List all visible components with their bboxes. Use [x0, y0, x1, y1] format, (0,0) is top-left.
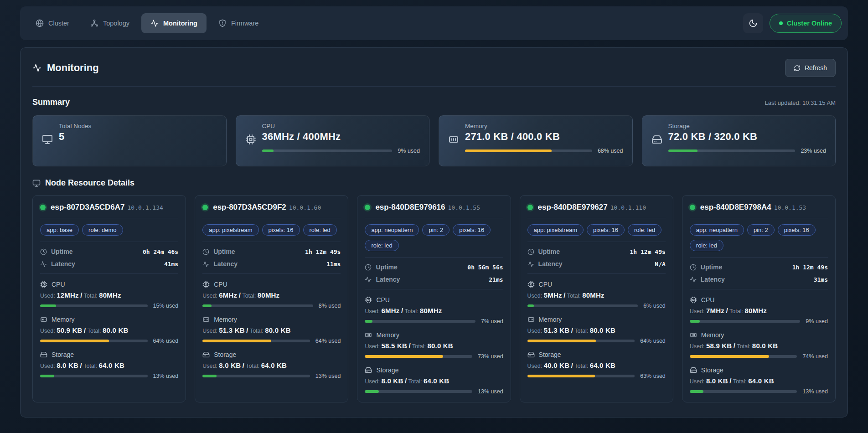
- memory-used-total: Used: 51.3 KB / Total: 80.0 KB: [527, 326, 666, 334]
- uptime-row: Uptime 1h 12m 49s: [527, 248, 666, 255]
- storage-section-label: Storage: [365, 366, 503, 374]
- uptime-label: Uptime: [538, 248, 560, 255]
- cpu-progress-bar: [40, 304, 148, 307]
- uptime-row: Uptime 0h 56m 56s: [365, 263, 503, 271]
- divider: [365, 218, 503, 218]
- harddrive-icon: [527, 351, 535, 358]
- node-card-header: esp-807D3A5CD6A7 10.0.1.134: [40, 203, 178, 212]
- tag-list: app: baserole: demo: [40, 224, 178, 236]
- node-card: esp-840D8E979627 10.0.1.110 app: pixelst…: [520, 195, 673, 402]
- latency-row: Latency 11ms: [202, 260, 341, 268]
- cpu-progress-bar: [202, 304, 313, 307]
- node-details-heading-text: Node Resource Details: [45, 178, 134, 188]
- memory-used-total: Used: 58.5 KB / Total: 80.0 KB: [365, 342, 503, 350]
- tag-pill: pixels: 16: [778, 224, 816, 236]
- storage-percent-label: 13% used: [315, 373, 341, 379]
- storage-progress-bar: [668, 149, 796, 152]
- card-label: Storage: [668, 123, 827, 129]
- monitor-icon: [42, 134, 53, 145]
- node-card: esp-840D8E9798A4 10.0.1.53 app: neopatte…: [682, 195, 836, 402]
- memory-progress-bar: [690, 355, 797, 358]
- node-card-header: esp-807D3A5CD9F2 10.0.1.60: [202, 203, 341, 212]
- node-ip: 10.0.1.110: [610, 204, 646, 211]
- storage-percent-label: 63% used: [640, 373, 666, 379]
- uptime-label: Uptime: [213, 248, 235, 255]
- page-title-text: Monitoring: [47, 62, 99, 74]
- storage-section-label: Storage: [527, 351, 666, 358]
- divider: [690, 257, 828, 258]
- memory-progress-bar: [527, 340, 635, 342]
- cpu-icon: [365, 296, 372, 304]
- node-status-dot: [202, 205, 208, 210]
- uptime-value: 1h 12m 49s: [630, 248, 666, 255]
- monitoring-panel: Monitoring Refresh Summary Last updated:…: [20, 47, 848, 418]
- cpu-used-total: Used: 7MHz / Total: 80MHz: [690, 307, 828, 314]
- cpu-progress-bar: [690, 320, 801, 323]
- divider: [690, 289, 828, 289]
- tab-label: Cluster: [48, 20, 69, 27]
- tag-pill: role: led: [690, 240, 723, 251]
- node-name: esp-840D8E9798A4: [700, 203, 771, 212]
- tab-topology[interactable]: Topology: [81, 13, 139, 33]
- cpu-progress-bar: [527, 304, 638, 307]
- tag-list: app: neopatternpin: 2pixels: 16role: led: [365, 224, 503, 251]
- storage-percent-label: 13% used: [153, 373, 179, 379]
- storage-section-label: Storage: [690, 366, 828, 374]
- cpu-icon: [527, 281, 535, 288]
- memory-icon: [448, 134, 459, 145]
- storage-progress-bar: [365, 390, 472, 393]
- memory-icon: [527, 316, 535, 323]
- activity-icon: [32, 63, 41, 72]
- tag-pill: app: pixelstream: [527, 224, 584, 236]
- storage-used-total: Used: 8.0 KB / Total: 64.0 KB: [40, 361, 178, 369]
- storage-progress-bar: [40, 375, 148, 377]
- tag-pill: app: neopattern: [365, 224, 419, 236]
- node-card-header: esp-840D8E9798A4 10.0.1.53: [690, 203, 828, 212]
- node-ip: 10.0.1.134: [128, 204, 163, 211]
- refresh-icon: [794, 65, 801, 72]
- cpu-percent-label: 9% used: [806, 318, 828, 325]
- node-name: esp-840D8E979616: [375, 203, 445, 212]
- cpu-percent-label: 6% used: [643, 303, 666, 309]
- storage-used-total: Used: 8.0 KB / Total: 64.0 KB: [365, 377, 503, 385]
- last-updated-text: Last updated: 10:31:15 AM: [765, 99, 836, 106]
- activity-icon: [150, 19, 159, 27]
- card-label: Total Nodes: [59, 123, 217, 129]
- cpu-percent-label: 8% used: [319, 303, 341, 309]
- status-dot: [779, 21, 783, 25]
- memory-section-label: Memory: [40, 316, 178, 323]
- memory-progress-bar: [465, 149, 592, 152]
- theme-toggle-button[interactable]: [743, 13, 763, 33]
- node-ip: 10.0.1.53: [774, 204, 806, 211]
- tag-list: app: neopatternpin: 2pixels: 16role: led: [690, 224, 828, 251]
- uptime-label: Uptime: [701, 263, 722, 271]
- tag-list: app: pixelstreampixels: 16role: led: [527, 224, 666, 236]
- cluster-status-badge[interactable]: Cluster Online: [770, 14, 842, 33]
- tab-monitoring[interactable]: Monitoring: [141, 13, 207, 33]
- latency-value: 21ms: [489, 276, 503, 283]
- cpu-used-total: Used: 6MHz / Total: 80MHz: [365, 307, 503, 314]
- tab-firmware[interactable]: Firmware: [209, 13, 268, 33]
- latency-value: N/A: [655, 261, 665, 268]
- top-nav: Cluster Topology Monitoring Firmware Clu…: [20, 6, 848, 40]
- divider: [202, 242, 341, 242]
- memory-percent-label: 74% used: [802, 353, 828, 360]
- storage-used-total: Used: 8.0 KB / Total: 64.0 KB: [202, 361, 341, 369]
- cpu-section-label: CPU: [527, 281, 666, 288]
- latency-value: 11ms: [326, 261, 341, 268]
- latency-label: Latency: [538, 260, 563, 268]
- node-ip: 10.0.1.55: [448, 204, 480, 211]
- tab-cluster[interactable]: Cluster: [26, 13, 78, 33]
- firmware-icon: [218, 19, 227, 27]
- divider: [527, 218, 666, 218]
- clock-icon: [202, 248, 209, 255]
- panel-header: Monitoring Refresh: [32, 59, 836, 77]
- divider: [365, 257, 503, 258]
- refresh-button[interactable]: Refresh: [785, 59, 836, 77]
- card-value: 36MHz / 400MHz: [262, 131, 420, 143]
- cpu-percent-label: 7% used: [481, 318, 503, 325]
- summary-cards: Total Nodes 5 CPU 36MHz / 400MHz 9% used…: [32, 115, 836, 166]
- storage-progress-bar: [202, 375, 310, 377]
- latency-label: Latency: [701, 276, 725, 283]
- cpu-section-label: CPU: [202, 281, 341, 288]
